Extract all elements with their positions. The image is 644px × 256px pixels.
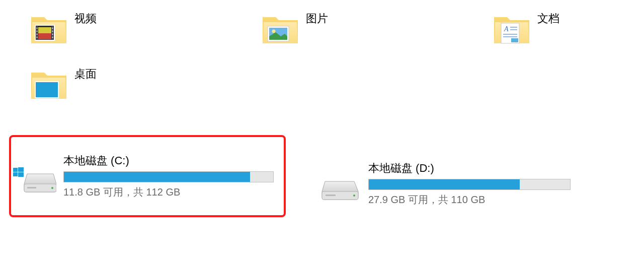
svg-rect-25 bbox=[13, 168, 18, 172]
videos-folder-icon bbox=[30, 10, 67, 47]
svg-rect-28 bbox=[18, 172, 24, 177]
svg-point-30 bbox=[51, 187, 53, 189]
svg-rect-3 bbox=[38, 27, 51, 33]
drives-section: 本地磁盘 (C:) 11.8 GB 可用，共 112 GB 本地磁盘 (D:) … bbox=[0, 136, 644, 217]
drive-usage-bar bbox=[368, 179, 571, 190]
svg-point-11 bbox=[52, 34, 53, 35]
drive-icon bbox=[318, 166, 361, 202]
folder-label: 视频 bbox=[74, 10, 97, 26]
drive-info: 本地磁盘 (D:) 27.9 GB 可用，共 110 GB bbox=[368, 161, 571, 207]
drive-stats: 11.8 GB 可用，共 112 GB bbox=[63, 185, 274, 199]
drive-item-c[interactable]: 本地磁盘 (C:) 11.8 GB 可用，共 112 GB bbox=[9, 135, 286, 217]
svg-point-6 bbox=[36, 31, 37, 32]
folders-section: 视频 图片 A bbox=[0, 0, 644, 136]
documents-folder-icon: A bbox=[493, 10, 530, 47]
drive-name: 本地磁盘 (D:) bbox=[368, 161, 571, 176]
drive-stats: 27.9 GB 可用，共 110 GB bbox=[368, 193, 571, 207]
svg-point-8 bbox=[36, 37, 37, 38]
svg-point-9 bbox=[52, 28, 53, 29]
svg-rect-31 bbox=[27, 187, 36, 188]
drive-usage-fill bbox=[64, 172, 250, 182]
drive-info: 本地磁盘 (C:) 11.8 GB 可用，共 112 GB bbox=[63, 153, 274, 199]
folder-item-videos[interactable]: 视频 bbox=[30, 10, 262, 47]
svg-point-33 bbox=[353, 195, 355, 197]
drive-usage-bar bbox=[63, 171, 274, 182]
desktop-folder-icon bbox=[30, 66, 67, 103]
folder-item-documents[interactable]: A 文档 bbox=[493, 10, 619, 47]
pictures-folder-icon bbox=[262, 10, 299, 47]
folder-item-pictures[interactable]: 图片 bbox=[262, 10, 493, 47]
svg-point-7 bbox=[36, 34, 37, 35]
folder-label: 桌面 bbox=[74, 66, 97, 82]
folder-label: 图片 bbox=[306, 10, 328, 26]
svg-point-5 bbox=[36, 28, 37, 29]
folder-item-desktop[interactable]: 桌面 bbox=[30, 66, 262, 103]
drive-name: 本地磁盘 (C:) bbox=[63, 153, 274, 168]
drive-usage-fill bbox=[369, 179, 520, 189]
svg-text:A: A bbox=[504, 25, 509, 33]
svg-rect-22 bbox=[511, 38, 518, 42]
svg-point-12 bbox=[52, 37, 53, 38]
drive-item-d[interactable]: 本地磁盘 (D:) 27.9 GB 可用，共 110 GB bbox=[311, 150, 578, 217]
folder-label: 文档 bbox=[537, 10, 559, 26]
svg-rect-23 bbox=[35, 82, 58, 98]
svg-rect-34 bbox=[326, 195, 336, 196]
svg-rect-4 bbox=[38, 33, 51, 39]
svg-rect-27 bbox=[13, 172, 18, 176]
svg-point-15 bbox=[272, 30, 276, 33]
svg-point-10 bbox=[52, 31, 53, 32]
svg-rect-26 bbox=[18, 167, 24, 172]
drive-icon bbox=[13, 159, 56, 194]
